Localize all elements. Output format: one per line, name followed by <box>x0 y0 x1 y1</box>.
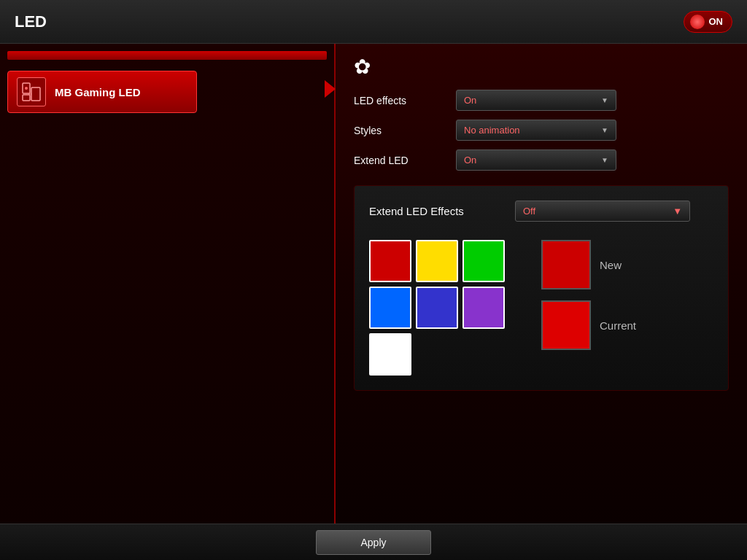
extend-led-value: On <box>464 155 476 166</box>
styles-row: Styles No animation ▼ <box>354 120 729 141</box>
extend-led-effects-label: Extend LED Effects <box>369 205 515 217</box>
extend-led-effects-select[interactable]: Off ▼ <box>515 201 690 222</box>
chevron-down-icon: ▼ <box>601 126 608 134</box>
styles-value: No animation <box>464 125 520 136</box>
color-preview-area: New Current <box>541 240 636 376</box>
new-color-label: New <box>600 259 622 271</box>
led-effects-select[interactable]: On ▼ <box>456 90 616 111</box>
toggle-circle-icon <box>690 15 705 29</box>
main-content: MB Gaming LED ✿ LED effects On ▼ Styles … <box>0 44 747 524</box>
extend-led-panel: Extend LED Effects Off ▼ <box>354 185 729 391</box>
led-effects-value: On <box>464 95 476 106</box>
extend-effects-row: Extend LED Effects Off ▼ <box>369 201 713 222</box>
sidebar: MB Gaming LED <box>0 44 336 524</box>
right-panel: ✿ LED effects On ▼ Styles No animation ▼… <box>336 44 747 524</box>
page-title: LED <box>15 12 47 31</box>
chevron-down-icon: ▼ <box>601 96 608 104</box>
color-grid <box>369 240 505 376</box>
color-area: New Current <box>369 240 713 376</box>
power-toggle-button[interactable]: ON <box>684 11 733 33</box>
sidebar-header-bar <box>7 51 327 60</box>
color-swatch-green[interactable] <box>462 240 505 282</box>
color-swatch-empty-1 <box>416 333 458 376</box>
current-color-label: Current <box>600 319 636 332</box>
svg-rect-2 <box>31 88 40 101</box>
color-swatch-purple[interactable] <box>462 287 505 329</box>
apply-button[interactable]: Apply <box>316 530 430 555</box>
chevron-down-icon: ▼ <box>673 206 682 217</box>
led-effects-row: LED effects On ▼ <box>354 90 729 111</box>
chevron-down-icon: ▼ <box>601 156 608 164</box>
color-swatch-yellow[interactable] <box>416 240 458 282</box>
extend-led-row: Extend LED On ▼ <box>354 149 729 171</box>
extend-led-select[interactable]: On ▼ <box>456 149 616 171</box>
color-swatch-blue[interactable] <box>369 287 411 329</box>
sidebar-item-mb-gaming-led[interactable]: MB Gaming LED <box>7 71 197 113</box>
styles-select[interactable]: No animation ▼ <box>456 120 616 141</box>
toggle-label: ON <box>709 16 724 27</box>
color-swatch-red[interactable] <box>369 240 411 282</box>
new-color-row: New <box>541 240 636 289</box>
sidebar-item-label: MB Gaming LED <box>55 86 141 98</box>
current-color-row: Current <box>541 300 636 350</box>
new-color-preview <box>541 240 591 289</box>
mb-gaming-led-icon <box>17 77 46 106</box>
led-effects-label: LED effects <box>354 95 456 106</box>
color-swatch-indigo[interactable] <box>416 287 458 329</box>
current-color-preview <box>541 300 591 350</box>
gear-area: ✿ <box>354 55 729 79</box>
header: LED ON <box>0 0 747 44</box>
extend-led-effects-value: Off <box>523 206 535 217</box>
svg-rect-1 <box>23 95 30 101</box>
svg-point-3 <box>25 87 28 90</box>
color-swatch-white[interactable] <box>369 333 411 376</box>
styles-label: Styles <box>354 125 456 136</box>
extend-led-label: Extend LED <box>354 155 456 166</box>
footer: Apply <box>0 524 747 560</box>
settings-area: LED effects On ▼ Styles No animation ▼ E… <box>354 90 729 171</box>
color-swatch-empty-2 <box>462 333 505 376</box>
gear-icon: ✿ <box>354 55 371 79</box>
arrow-indicator <box>325 80 336 98</box>
